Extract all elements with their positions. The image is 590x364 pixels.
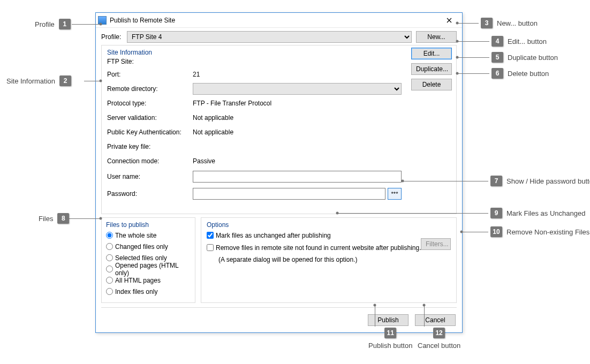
public-key-auth-value: Not applicable xyxy=(193,128,233,136)
radio-all-html[interactable] xyxy=(106,277,113,284)
callout-label: Delete button xyxy=(508,70,549,78)
callout-label: Mark Files as Unchanged xyxy=(506,209,585,217)
site-information-heading: Site Information xyxy=(107,49,407,56)
radio-opened-pages-label: Opened pages (HTML only) xyxy=(115,262,191,277)
check-mark-unchanged-label: Mark files as unchanged after publishing xyxy=(216,232,331,239)
callout-1: 1 Profile xyxy=(35,19,71,29)
cancel-button[interactable]: Cancel xyxy=(415,314,456,326)
callout-9: 9 Mark Files as Unchanged xyxy=(490,208,585,218)
username-input[interactable] xyxy=(193,171,402,183)
profile-row: Profile: FTP Site 4 New... xyxy=(101,31,457,43)
callout-number: 12 xyxy=(433,328,445,338)
port-label: Port: xyxy=(107,71,193,78)
title-bar: Publish to Remote Site xyxy=(96,13,462,28)
delete-button[interactable]: Delete xyxy=(411,79,452,90)
protocol-type-label: Protocol type: xyxy=(107,100,193,107)
callout-label: Duplicate button xyxy=(508,54,558,62)
server-validation-label: Server validation: xyxy=(107,114,193,122)
callout-number: 9 xyxy=(490,208,502,218)
profile-select[interactable]: FTP Site 4 xyxy=(127,31,412,43)
callout-label: Cancel button xyxy=(418,342,460,350)
protocol-type-value: FTP - File Transfer Protocol xyxy=(193,100,271,107)
options-heading: Options xyxy=(207,221,451,229)
dialog-footer: Publish Cancel xyxy=(101,307,457,327)
callout-number: 7 xyxy=(490,176,502,186)
callout-number: 10 xyxy=(490,226,502,237)
callout-6: 6 Delete button xyxy=(491,68,549,79)
ftp-site-label: FTP Site: xyxy=(107,58,193,65)
check-remove-missing[interactable] xyxy=(207,244,214,251)
radio-whole-site[interactable] xyxy=(106,232,113,239)
radio-changed-only-label: Changed files only xyxy=(115,243,168,251)
public-key-auth-label: Public Key Authentication: xyxy=(107,128,193,136)
callout-number: 5 xyxy=(491,52,503,63)
close-button[interactable] xyxy=(438,14,460,27)
publish-button[interactable]: Publish xyxy=(368,314,409,326)
callout-number: 4 xyxy=(491,36,503,47)
remote-directory-select[interactable] xyxy=(193,83,402,95)
callout-number: 8 xyxy=(57,213,69,224)
profile-label: Profile: xyxy=(101,33,127,41)
remote-directory-label: Remote directory: xyxy=(107,85,193,93)
callout-label: Site Information xyxy=(6,77,55,85)
connection-mode-value: Passive xyxy=(193,157,215,165)
callout-number: 1 xyxy=(59,19,71,29)
radio-changed-only[interactable] xyxy=(106,243,113,250)
remove-missing-note: (A separate dialog will be opened for th… xyxy=(218,256,451,263)
callout-8: 8 Files xyxy=(39,213,69,224)
callout-label: New... button xyxy=(497,19,538,27)
callout-11: 11 Publish button xyxy=(368,328,412,350)
show-password-button[interactable]: *** xyxy=(388,188,402,200)
new-button[interactable]: New... xyxy=(416,31,457,43)
callout-label: Remove Non-existing Files xyxy=(506,228,589,236)
dialog-body: Profile: FTP Site 4 New... Site Informat… xyxy=(96,28,462,332)
callout-7: 7 Show / Hide password button xyxy=(490,176,590,186)
callout-4: 4 Edit... button xyxy=(491,36,547,47)
files-heading: Files to publish xyxy=(106,221,191,229)
site-information-group: Site Information FTP Site: Port: 21 Remo… xyxy=(101,45,457,214)
callout-label: Edit... button xyxy=(508,37,547,46)
callout-label: Show / Hide password button xyxy=(506,177,590,185)
callout-number: 3 xyxy=(481,18,493,28)
callout-label: Files xyxy=(39,215,53,223)
check-remove-missing-label: Remove files in remote site not found in… xyxy=(216,244,421,252)
callout-12: 12 Cancel button xyxy=(418,328,460,350)
password-input[interactable] xyxy=(193,188,385,200)
radio-index-only[interactable] xyxy=(106,288,113,295)
connection-mode-label: Connection mode: xyxy=(107,157,193,165)
callout-3: 3 New... button xyxy=(481,18,538,28)
radio-index-only-label: Index files only xyxy=(115,288,157,295)
server-validation-value: Not applicable xyxy=(193,114,233,122)
radio-opened-pages[interactable] xyxy=(106,266,113,272)
bottom-area: Files to publish The whole site Changed … xyxy=(101,217,457,303)
radio-selected-only[interactable] xyxy=(106,254,113,261)
password-label: Password: xyxy=(107,190,193,198)
edit-button[interactable]: Edit... xyxy=(411,48,452,59)
radio-all-html-label: All HTML pages xyxy=(115,277,161,284)
close-icon xyxy=(447,18,452,23)
callout-number: 6 xyxy=(491,68,503,79)
callout-number: 2 xyxy=(59,75,71,86)
window-title: Publish to Remote Site xyxy=(110,17,438,24)
duplicate-button[interactable]: Duplicate... xyxy=(411,63,452,75)
radio-selected-only-label: Selected files only xyxy=(115,254,167,262)
callout-label: Profile xyxy=(35,20,55,28)
callout-number: 11 xyxy=(384,328,396,338)
options-group: Options Mark files as unchanged after pu… xyxy=(201,217,457,303)
callout-10: 10 Remove Non-existing Files xyxy=(490,226,589,237)
callout-label: Publish button xyxy=(368,342,412,350)
filters-button[interactable]: Filters... xyxy=(421,238,451,250)
callout-5: 5 Duplicate button xyxy=(491,52,558,63)
username-label: User name: xyxy=(107,173,193,180)
check-mark-unchanged[interactable] xyxy=(207,232,214,239)
callout-2: 2 Site Information xyxy=(6,75,71,86)
port-value: 21 xyxy=(193,71,200,78)
files-to-publish-group: Files to publish The whole site Changed … xyxy=(101,217,195,303)
publish-dialog: Publish to Remote Site Profile: FTP Site… xyxy=(95,12,463,333)
private-key-file-label: Private key file: xyxy=(107,143,193,150)
radio-whole-site-label: The whole site xyxy=(115,232,156,239)
